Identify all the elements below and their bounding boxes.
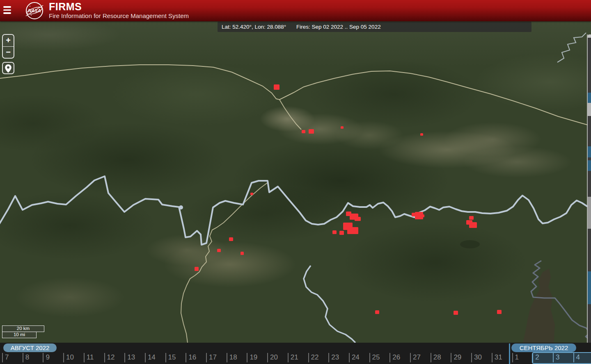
timeline-day-26[interactable]: 26 <box>392 353 400 362</box>
timeline-tick <box>369 353 370 362</box>
timeline-day-19[interactable]: 19 <box>250 353 257 362</box>
fire-marker[interactable] <box>375 310 379 314</box>
timeline-day-1[interactable]: 1 <box>515 353 519 362</box>
fire-marker[interactable] <box>421 214 424 217</box>
fire-marker[interactable] <box>217 249 221 252</box>
timeline-tick <box>431 353 431 362</box>
timeline-tick <box>349 353 350 362</box>
timeline-day-13[interactable]: 13 <box>127 353 135 362</box>
fires-date-range: Fires: Sep 02 2022 .. Sep 05 2022 <box>296 24 381 30</box>
timeline-tick <box>186 353 186 362</box>
date-timeline[interactable]: АВГУСТ 2022 СЕНТЯБРЬ 2022 78910111213141… <box>0 343 591 364</box>
timeline-tick <box>2 353 3 362</box>
timeline-tick <box>451 353 451 362</box>
timeline-tick <box>104 353 105 362</box>
timeline-day-23[interactable]: 23 <box>331 353 339 362</box>
timeline-tick <box>328 353 329 362</box>
timeline-tick <box>145 353 146 362</box>
timeline-day-11[interactable]: 11 <box>87 353 94 362</box>
fire-marker[interactable] <box>195 267 199 271</box>
timeline-day-7[interactable]: 7 <box>5 353 9 362</box>
satellite-map[interactable]: Lat: 52.420°, Lon: 28.088° Fires: Sep 02… <box>0 21 591 343</box>
app-title[interactable]: FIRMS <box>49 1 189 12</box>
side-panel-segment[interactable] <box>588 229 591 271</box>
timeline-day-9[interactable]: 9 <box>46 353 49 362</box>
timeline-tick <box>492 353 492 362</box>
app-subtitle: Fire Information for Resource Management… <box>49 12 189 20</box>
timeline-day-10[interactable]: 10 <box>66 353 74 362</box>
timeline-tick <box>63 353 64 362</box>
timeline-day-16[interactable]: 16 <box>188 353 196 362</box>
timeline-tick <box>410 353 411 362</box>
timeline-day-29[interactable]: 29 <box>454 353 461 362</box>
timeline-tick <box>43 353 44 362</box>
timeline-day-31[interactable]: 31 <box>495 353 502 362</box>
timeline-day-28[interactable]: 28 <box>433 353 441 362</box>
side-panel-segment[interactable] <box>588 304 591 343</box>
timeline-day-18[interactable]: 18 <box>229 353 237 362</box>
timeline-tick <box>227 353 227 362</box>
timeline-day-21[interactable]: 21 <box>291 353 298 362</box>
timeline-day-15[interactable]: 15 <box>168 353 176 362</box>
timeline-day-17[interactable]: 17 <box>209 353 217 362</box>
timeline-day-30[interactable]: 30 <box>474 353 482 362</box>
side-panel-segment[interactable] <box>588 160 591 171</box>
fire-marker[interactable] <box>250 193 253 195</box>
fire-marker[interactable] <box>355 217 361 221</box>
fire-marker[interactable] <box>341 126 344 129</box>
fire-marker[interactable] <box>309 129 314 134</box>
side-panel-segment[interactable] <box>588 171 591 197</box>
fire-marker[interactable] <box>469 216 474 220</box>
side-panel-segment[interactable] <box>588 116 591 146</box>
month-boundary-line <box>509 344 510 364</box>
collapsed-side-panel[interactable] <box>588 34 591 343</box>
timeline-day-14[interactable]: 14 <box>148 353 156 362</box>
timeline-tick <box>267 353 268 362</box>
month-pill-september[interactable]: СЕНТЯБРЬ 2022 <box>511 344 576 352</box>
timeline-day-24[interactable]: 24 <box>352 353 360 362</box>
fire-marker[interactable] <box>302 130 305 133</box>
timeline-day-12[interactable]: 12 <box>107 353 115 362</box>
timeline-tick <box>471 353 472 362</box>
fire-marker[interactable] <box>469 222 477 228</box>
timeline-day-8[interactable]: 8 <box>25 353 29 362</box>
fire-marker[interactable] <box>332 230 337 234</box>
timeline-tick <box>124 353 125 362</box>
timeline-tick <box>84 353 85 362</box>
locate-button[interactable] <box>2 62 14 74</box>
zoom-out-button[interactable]: − <box>3 47 14 58</box>
fire-marker[interactable] <box>229 237 233 241</box>
svg-text:NASA: NASA <box>28 8 41 13</box>
timeline-tick <box>512 353 513 362</box>
zoom-in-button[interactable]: + <box>3 35 14 46</box>
fire-marker[interactable] <box>454 311 458 315</box>
menu-icon[interactable] <box>3 6 11 15</box>
fire-marker[interactable] <box>241 252 244 255</box>
timeline-day-25[interactable]: 25 <box>372 353 380 362</box>
side-panel-segment[interactable] <box>588 197 591 229</box>
fire-marker[interactable] <box>339 231 344 235</box>
scale-mi: 10 mi <box>2 332 37 338</box>
side-panel-segment[interactable] <box>588 103 591 116</box>
fire-marker[interactable] <box>497 310 502 314</box>
side-panel-segment[interactable] <box>588 93 591 103</box>
fire-marker[interactable] <box>274 84 279 90</box>
side-panel-segment[interactable] <box>588 157 591 160</box>
timeline-selection[interactable] <box>532 352 591 364</box>
timeline-day-27[interactable]: 27 <box>413 353 421 362</box>
side-panel-segment[interactable] <box>588 38 591 93</box>
month-pill-august[interactable]: АВГУСТ 2022 <box>3 344 57 352</box>
nasa-logo-icon[interactable]: NASA <box>25 2 44 20</box>
fire-marker[interactable] <box>420 133 423 136</box>
map-pin-icon <box>4 64 13 73</box>
timeline-tick <box>288 353 289 362</box>
fire-marker[interactable] <box>347 227 358 234</box>
timeline-tick <box>165 353 166 362</box>
timeline-day-22[interactable]: 22 <box>311 353 319 362</box>
side-panel-segment[interactable] <box>588 146 591 157</box>
side-panel-segment[interactable] <box>588 34 591 38</box>
info-bar: Lat: 52.420°, Lon: 28.088° Fires: Sep 02… <box>218 22 531 32</box>
scale-km: 20 km <box>2 325 44 332</box>
timeline-day-20[interactable]: 20 <box>270 353 278 362</box>
side-panel-segment[interactable] <box>588 271 591 304</box>
